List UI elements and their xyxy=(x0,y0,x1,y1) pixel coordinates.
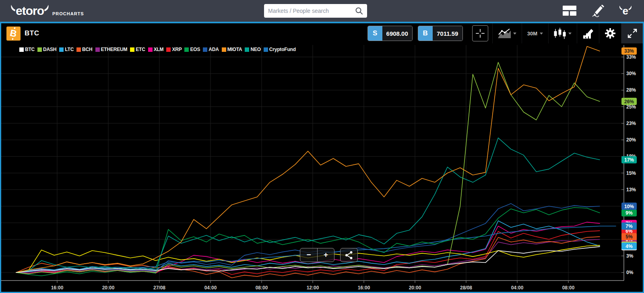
chevron-down-icon xyxy=(568,33,572,35)
layout-grid-icon[interactable] xyxy=(563,6,576,16)
fullscreen-button[interactable] xyxy=(621,23,643,43)
logo-text: etoro xyxy=(16,5,44,17)
bull-horn-left-icon xyxy=(10,5,16,11)
interval-selector[interactable]: 30M xyxy=(522,23,548,43)
top-navigation-bar: etoro PROCHARTS xyxy=(0,0,644,22)
buy-button[interactable]: B 7011.59 xyxy=(418,26,463,41)
legend-swatch-ETC xyxy=(130,47,134,52)
price-badge-label-DASH: 26% xyxy=(624,99,634,104)
chart-type-selector[interactable] xyxy=(548,23,577,43)
legend-swatch-MIOTA xyxy=(222,47,226,52)
legend-label: ADA xyxy=(208,47,219,52)
chevron-down-icon xyxy=(540,33,543,35)
x-axis-label: 20:00 xyxy=(102,285,115,291)
legend-swatch-LTC xyxy=(59,47,64,52)
topbar-actions: e xyxy=(563,0,632,22)
legend-item-NEO[interactable]: NEO xyxy=(245,47,260,52)
chart-toolbar: S 6908.00 B 7011.59 xyxy=(367,23,643,43)
expand-arrows-icon xyxy=(627,28,638,39)
sell-side-label: S xyxy=(368,26,382,41)
legend-item-XLM[interactable]: XLM xyxy=(148,47,164,52)
x-axis-label: 27/08 xyxy=(153,285,165,291)
y-axis-label: 13% xyxy=(626,187,636,193)
crosshair-icon xyxy=(475,29,485,38)
y-axis-label: 15% xyxy=(626,170,636,176)
zoom-out-button[interactable]: − xyxy=(300,248,317,261)
legend-item-ETHEREUM[interactable]: ETHEREUM xyxy=(95,47,128,52)
share-icon xyxy=(345,251,353,260)
search-input[interactable] xyxy=(268,8,355,14)
search-box xyxy=(264,4,367,18)
legend-label: XLM xyxy=(154,47,164,52)
legend-item-BCH[interactable]: BCH xyxy=(76,47,92,52)
legend-swatch-NEO xyxy=(245,47,249,52)
legend-item-EOS[interactable]: EOS xyxy=(184,47,200,52)
legend-swatch-ETHEREUM xyxy=(95,47,100,52)
x-axis-label: 28/08 xyxy=(460,285,472,291)
price-badge-label-BCH: 5% xyxy=(625,234,633,240)
zoom-controls: − + xyxy=(300,248,358,262)
x-axis-label: 04:00 xyxy=(204,285,217,291)
legend-swatch-XRP xyxy=(166,47,171,52)
legend-item-XRP[interactable]: XRP xyxy=(166,47,182,52)
legend-item-DASH[interactable]: DASH xyxy=(37,47,56,52)
legend-item-BTC[interactable]: BTC xyxy=(19,47,35,52)
series-line-MIOTA xyxy=(16,46,600,273)
legend-label: DASH xyxy=(43,47,56,52)
legend-label: NEO xyxy=(250,47,260,52)
legend-swatch-ADA xyxy=(203,47,207,52)
x-axis-label: 08:00 xyxy=(256,285,268,291)
legend-item-MIOTA[interactable]: MIOTA xyxy=(222,47,242,52)
indicator-pencil-icon xyxy=(582,28,594,39)
x-axis-label: 20:00 xyxy=(409,285,421,291)
legend-swatch-DASH xyxy=(37,47,42,52)
chart-widget-header: B BTC S 6908.00 B 7011.59 xyxy=(1,23,643,43)
y-axis-label: 0% xyxy=(626,270,634,275)
crosshair-tool-button[interactable] xyxy=(472,25,488,41)
gear-icon xyxy=(605,28,616,39)
y-axis-label: 20% xyxy=(626,137,636,143)
chart-widget: B BTC S 6908.00 B 7011.59 xyxy=(0,22,644,293)
etoro-logo[interactable]: etoro PROCHARTS xyxy=(10,5,84,17)
settings-button[interactable] xyxy=(599,23,621,43)
legend-label: BCH xyxy=(82,47,92,52)
search-icon[interactable] xyxy=(355,7,363,15)
zoom-in-button[interactable]: + xyxy=(317,248,334,261)
share-button[interactable] xyxy=(340,248,358,262)
x-axis-label: 04:00 xyxy=(511,285,524,291)
draw-pencil-icon[interactable] xyxy=(591,4,605,17)
legend-label: XRP xyxy=(172,47,182,52)
y-axis-label: 28% xyxy=(626,87,636,93)
sell-button[interactable]: S 6908.00 xyxy=(367,26,413,41)
price-badge-label-LTC: 4% xyxy=(625,244,633,249)
series-line-ADA xyxy=(16,203,600,273)
legend-item-LTC[interactable]: LTC xyxy=(59,47,74,52)
chart-legend: BTCDASHLTCBCHETHEREUMETCXLMXRPEOSADAMIOT… xyxy=(19,47,299,52)
chart-plot-area[interactable]: 16:0020:0027/0804:0008:0012:0016:0020:00… xyxy=(1,43,643,292)
compare-charts-button[interactable] xyxy=(492,23,522,43)
y-axis-label: 23% xyxy=(626,121,636,126)
indicators-button[interactable] xyxy=(577,23,599,43)
buy-side-label: B xyxy=(418,26,433,41)
chevron-down-icon xyxy=(513,33,516,35)
legend-label: LTC xyxy=(65,47,74,52)
legend-swatch-BTC xyxy=(19,47,24,52)
buy-price: 7011.59 xyxy=(433,26,462,41)
y-axis-label: 3% xyxy=(626,253,634,259)
x-axis-label: 16:00 xyxy=(358,285,370,291)
sell-price: 6908.00 xyxy=(382,26,412,41)
legend-item-ETC[interactable]: ETC xyxy=(130,47,145,52)
price-badge-label-NEO: 17% xyxy=(624,157,634,163)
legend-swatch-XLM xyxy=(148,47,153,52)
price-badge-label-EOS: 9% xyxy=(625,210,633,216)
interval-label: 30M xyxy=(527,31,537,37)
legend-label: BTC xyxy=(25,47,35,52)
candlestick-icon xyxy=(554,28,566,39)
etoro-emblem-icon[interactable]: e xyxy=(619,6,632,16)
price-badge-label-CryptoFund: 7% xyxy=(625,223,633,229)
legend-label: ETHEREUM xyxy=(101,47,128,52)
legend-item-ADA[interactable]: ADA xyxy=(203,47,219,52)
legend-label: ETC xyxy=(136,47,145,52)
legend-item-CryptoFund[interactable]: CryptoFund xyxy=(264,47,296,52)
instrument-title: BTC xyxy=(25,29,39,37)
